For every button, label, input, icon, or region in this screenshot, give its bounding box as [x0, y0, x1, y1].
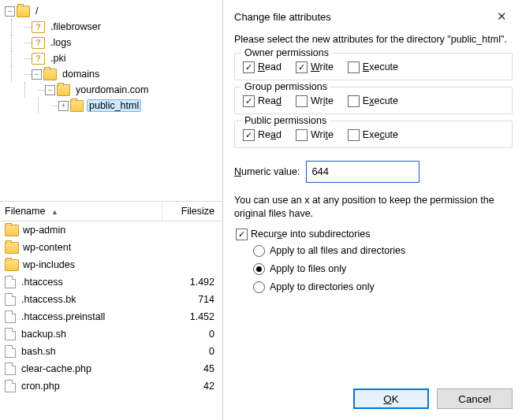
radio-label: Apply to all files and directories [270, 245, 405, 256]
numeric-value-label: Numeric value: [234, 166, 300, 177]
collapse-icon[interactable]: − [5, 6, 15, 17]
collapse-icon[interactable]: − [45, 85, 55, 95]
dialog-title: Change file attributes [234, 11, 331, 23]
dialog-intro: Please select the new attributes for the… [234, 33, 513, 46]
folder-icon [43, 69, 57, 80]
tree-item[interactable]: ? .pki [5, 50, 222, 66]
change-attributes-dialog: Change file attributes ✕ Please select t… [222, 0, 522, 420]
tree-label: .filebrowser [48, 20, 103, 33]
tree-label: .logs [48, 36, 73, 49]
radio-label: Apply to directories only [270, 281, 375, 292]
expand-icon[interactable]: + [58, 101, 69, 111]
radio-label: Apply to files only [270, 263, 346, 274]
file-name: wp-content [23, 242, 166, 253]
file-name: cron.php [21, 381, 166, 392]
file-name: .htaccess.bk [21, 294, 166, 305]
unknown-folder-icon: ? [32, 53, 45, 65]
folder-icon [5, 225, 19, 236]
file-size: 1.452 [166, 311, 222, 322]
close-button[interactable]: ✕ [490, 9, 513, 24]
public-write-checkbox[interactable]: Write [296, 129, 334, 141]
group-title: Group permissions [241, 81, 330, 92]
file-icon [5, 362, 16, 375]
folder-icon [5, 242, 19, 254]
col-label: Filename [5, 206, 45, 217]
unknown-folder-icon: ? [32, 37, 45, 49]
file-name: backup.sh [21, 329, 166, 340]
numeric-value-input[interactable] [306, 161, 419, 183]
file-row[interactable]: backup.sh0 [0, 325, 222, 343]
file-icon [5, 293, 16, 306]
file-row[interactable]: wp-admin [0, 221, 222, 239]
file-size: 714 [166, 294, 222, 305]
file-name: .htaccess [21, 277, 166, 288]
directory-tree[interactable]: − / ? .filebrowser ? .logs ? .pki − [0, 0, 222, 196]
group-write-checkbox[interactable]: Write [296, 95, 334, 107]
file-name: wp-admin [23, 225, 166, 236]
file-row[interactable]: clear-cache.php45 [0, 360, 222, 377]
file-size: 42 [166, 381, 222, 392]
tree-label: / [33, 5, 40, 17]
owner-write-checkbox[interactable]: ✓Write [296, 61, 334, 73]
col-filename[interactable]: Filename ▲ [0, 206, 162, 217]
group-title: Owner permissions [241, 47, 332, 58]
owner-execute-checkbox[interactable]: Execute [348, 61, 398, 73]
file-icon [5, 276, 16, 288]
file-row[interactable]: .htaccess.bk714 [0, 291, 222, 308]
tree-label: public_html [87, 99, 141, 112]
cancel-button[interactable]: Cancel [437, 388, 513, 409]
file-icon [5, 345, 16, 358]
file-size: 0 [166, 346, 222, 357]
file-name: .htaccess.preinstall [21, 311, 166, 322]
apply-files-radio[interactable]: Apply to files only [253, 263, 513, 275]
column-headers: Filename ▲ Filesize [0, 202, 222, 221]
file-icon [5, 328, 16, 340]
group-read-checkbox[interactable]: ✓Read [243, 95, 282, 107]
file-name: bash.sh [21, 346, 166, 357]
group-permissions-group: Group permissions ✓Read Write Execute [234, 87, 513, 114]
file-size: 1.492 [166, 277, 222, 288]
unknown-folder-icon: ? [32, 21, 45, 33]
apply-all-radio[interactable]: Apply to all files and directories [253, 245, 513, 257]
file-list[interactable]: wp-adminwp-contentwp-includes.htaccess1.… [0, 221, 222, 420]
tree-label: domains [60, 68, 102, 80]
tree-label: yourdomain.com [73, 84, 151, 96]
file-list-pane: Filename ▲ Filesize wp-adminwp-contentwp… [0, 202, 222, 420]
recurse-radio-group: Apply to all files and directories Apply… [236, 240, 513, 298]
tree-item-domains[interactable]: − domains [5, 66, 222, 82]
file-row[interactable]: cron.php42 [0, 377, 222, 395]
file-row[interactable]: .htaccess.preinstall1.452 [0, 308, 222, 325]
col-label: Filesize [181, 206, 214, 217]
file-row[interactable]: .htaccess1.492 [0, 273, 222, 291]
tree-item-selected[interactable]: + public_html [5, 98, 222, 113]
tree-item[interactable]: ? .logs [5, 35, 222, 50]
file-row[interactable]: bash.sh0 [0, 343, 222, 360]
file-size: 45 [166, 363, 222, 374]
group-title: Public permissions [241, 115, 330, 126]
file-row[interactable]: wp-content [0, 239, 222, 256]
tree-item[interactable]: ? .filebrowser [5, 19, 222, 35]
file-name: clear-cache.php [21, 363, 166, 374]
file-row[interactable]: wp-includes [0, 256, 222, 273]
owner-read-checkbox[interactable]: ✓Read [243, 61, 282, 73]
file-name: wp-includes [23, 259, 166, 270]
owner-permissions-group: Owner permissions ✓Read ✓Write Execute [234, 53, 513, 80]
collapse-icon[interactable]: − [32, 69, 42, 80]
tree-item-domain[interactable]: − yourdomain.com [5, 82, 222, 98]
tree-root[interactable]: − / [5, 3, 222, 19]
folder-icon [70, 100, 84, 112]
apply-dirs-radio[interactable]: Apply to directories only [253, 281, 513, 293]
public-read-checkbox[interactable]: ✓Read [243, 129, 282, 141]
recurse-checkbox[interactable]: ✓Recurse into subdirectories [236, 229, 513, 240]
col-filesize[interactable]: Filesize [162, 202, 222, 221]
file-icon [5, 380, 16, 392]
ok-button[interactable]: OK [353, 388, 429, 409]
public-execute-checkbox[interactable]: Execute [348, 129, 398, 141]
folder-icon [5, 259, 19, 271]
public-permissions-group: Public permissions ✓Read Write Execute [234, 121, 513, 148]
folder-icon [57, 84, 70, 96]
note-text: You can use an x at any position to keep… [234, 194, 513, 221]
sort-asc-icon: ▲ [48, 208, 58, 216]
folder-icon [17, 6, 30, 17]
group-execute-checkbox[interactable]: Execute [348, 95, 398, 107]
